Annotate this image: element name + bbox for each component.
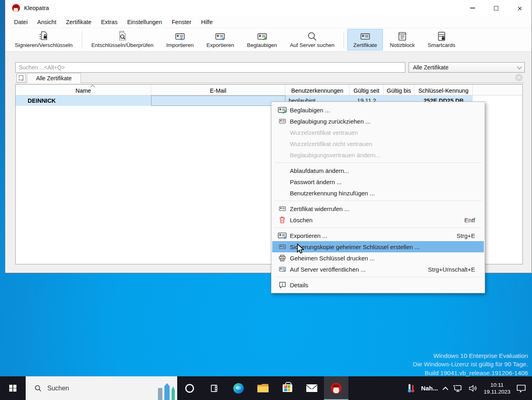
context-menu-label: Sicherungskopie geheimer Schlüssel erste… [290, 244, 420, 250]
certificate-filter-dropdown[interactable]: Alle Zertifikate [409, 62, 525, 73]
tab-alle-zertifikate[interactable]: Alle Zertifikate [27, 73, 81, 83]
tabbar-divider [15, 83, 525, 83]
taskbar-app-edge[interactable] [226, 376, 251, 400]
maximize-icon [494, 6, 498, 10]
weather-thermometer-icon[interactable] [407, 383, 415, 394]
task-view-icon [209, 384, 219, 393]
context-menu-item-6[interactable]: Ablaufdatum ändern... [272, 165, 484, 176]
taskbar-app-store[interactable] [275, 376, 299, 400]
column-header-1[interactable]: E-Mail [151, 85, 285, 95]
menu-zertifikate[interactable]: Zertifikate [61, 17, 96, 27]
titlebar[interactable]: Kleopatra × [5, 0, 532, 16]
tray-chevron-up-icon[interactable] [443, 386, 448, 392]
mouse-cursor [297, 244, 305, 256]
notepad-icon [398, 31, 407, 41]
tab-close-button[interactable]: ✕ [515, 74, 523, 81]
close-button[interactable]: × [508, 0, 532, 16]
kleopatra-taskbar-icon [331, 383, 342, 394]
row-cell-email[interactable] [151, 95, 285, 106]
context-menu-item-13[interactable]: Exportieren ...Strg+E [272, 230, 484, 241]
menu-hilfe[interactable]: Hilfe [196, 17, 217, 27]
context-menu-label: Exportieren ... [290, 232, 327, 239]
context-menu-label: Beglaubigung zurückziehen ... [290, 118, 370, 125]
toolbar-button-search-server[interactable]: Auf Server suchen [284, 29, 340, 51]
context-menu-item-11[interactable]: LöschenEntf [272, 214, 484, 225]
context-menu-item-4: Beglaubigungsvertrauen ändern... [272, 149, 484, 160]
watermark-line: Build 19041.vb_release.191206-1406 [413, 369, 528, 378]
context-menu-separator [275, 227, 481, 228]
toolbar-button-label: Zertifikate [353, 42, 377, 48]
taskbar-clock[interactable]: 10:11 19.11.2023 [483, 382, 510, 395]
minimize-button[interactable] [461, 0, 484, 16]
context-menu-separator [275, 201, 481, 201]
search-input[interactable] [15, 62, 405, 73]
menu-einstellungen[interactable]: Einstellungen [122, 17, 167, 27]
table-header: NameE-MailBenutzerkennungenGültig seitGü… [16, 85, 522, 95]
sign-encrypt-icon [39, 31, 49, 41]
chevron-down-icon [517, 64, 522, 69]
column-header-3[interactable]: Gültig seit [350, 85, 384, 95]
context-menu-item-7[interactable]: Passwort ändern ... [272, 176, 484, 187]
context-menu-label: Löschen [290, 217, 313, 223]
watermark-line: Die Windows-Lizenz ist gültig für 90 Tag… [413, 360, 528, 369]
new-tab-button[interactable] [16, 73, 26, 82]
taskbar-search-placeholder: Suchen [47, 385, 69, 392]
context-menu-item-0[interactable]: Beglaubigen ... [272, 104, 484, 116]
taskbar-app-taskview[interactable] [202, 376, 226, 400]
trash-icon [278, 216, 287, 223]
context-menu-label: Wurzelzertifikat nicht vertrauen [290, 140, 372, 147]
context-menu-label: Beglaubigungsvertrauen ändern... [290, 152, 380, 158]
column-header-5[interactable]: Schlüssel-Kennung [415, 85, 473, 95]
maximize-button[interactable] [484, 0, 508, 16]
toolbar-button-certify[interactable]: Beglaubigen [241, 29, 283, 51]
toolbar-button-label: Auf Server suchen [290, 42, 334, 48]
decrypt-verify-icon [117, 31, 127, 41]
column-header-0[interactable]: Name [16, 85, 151, 95]
column-header-2[interactable]: Benutzerkennungen [285, 85, 350, 95]
tab-close-icon: ✕ [517, 75, 521, 81]
taskbar-app-explorer[interactable] [251, 376, 275, 400]
network-icon[interactable] [453, 384, 463, 392]
toolbar-button-export[interactable]: Exportieren [200, 29, 240, 51]
start-button[interactable] [0, 376, 26, 400]
column-header-4[interactable]: Gültig bis [384, 85, 415, 95]
context-menu-item-10[interactable]: Zertifikat widerrufen ... [272, 203, 484, 214]
taskbar-app-mail[interactable] [299, 376, 324, 400]
toolbar-button-certificates[interactable]: Zertifikate [347, 29, 383, 51]
toolbar-button-import[interactable]: Importieren [160, 29, 200, 51]
toolbar-button-label: Entschlüsseln/Überprüfen [91, 42, 154, 48]
toolbar-button-decrypt-verify[interactable]: Entschlüsseln/Überprüfen [85, 29, 160, 51]
menu-extras[interactable]: Extras [96, 17, 122, 27]
watermark-line: Windows 10 Enterprise Evaluation [413, 351, 528, 360]
toolbar-separator [344, 31, 344, 48]
action-center-icon[interactable] [516, 384, 526, 393]
toolbar-button-label: Smartcards [428, 42, 455, 48]
menu-fenster[interactable]: Fenster [167, 17, 196, 27]
toolbar-button-smartcards[interactable]: Smartcards [422, 29, 461, 51]
clock-date: 19.11.2023 [483, 388, 510, 395]
taskbar-app-kleopatra[interactable] [324, 376, 348, 400]
row-cell-name[interactable]: DEINNICK [16, 95, 151, 106]
menu-datei[interactable]: Datei [9, 17, 32, 27]
minimize-icon [470, 8, 475, 8]
taskbar-app-cortana[interactable] [177, 376, 202, 400]
cortana-icon [185, 384, 194, 393]
export-icon [278, 231, 287, 239]
smartcards-icon [437, 31, 446, 41]
import-icon [175, 31, 185, 41]
edge-icon [233, 383, 244, 394]
weather-label[interactable]: Nah... [421, 385, 438, 392]
context-menu-label: Geheimen Schlüssel drucken ... [290, 255, 375, 262]
context-menu-item-16[interactable]: Auf Server veröffentlichen ...Strg+Umsch… [272, 264, 484, 275]
revoke-certification-icon [278, 118, 287, 124]
menu-ansicht[interactable]: Ansicht [32, 17, 61, 27]
context-menu-item-2: Wurzelzertifikat vertrauen [272, 127, 484, 138]
context-menu-item-18[interactable]: Details [272, 279, 484, 290]
context-menu-item-1[interactable]: Beglaubigung zurückziehen ... [272, 116, 484, 127]
volume-icon[interactable] [468, 384, 478, 392]
context-menu-item-8[interactable]: Benutzerkennung hinzufügen ... [272, 187, 484, 199]
filter-selected-value: Alle Zertifikate [413, 64, 449, 71]
taskbar-search-box[interactable]: Suchen [26, 376, 177, 400]
toolbar-button-notepad[interactable]: Notizblock [384, 29, 421, 51]
toolbar-button-sign-encrypt[interactable]: Signieren/Verschlüsseln [9, 29, 79, 51]
